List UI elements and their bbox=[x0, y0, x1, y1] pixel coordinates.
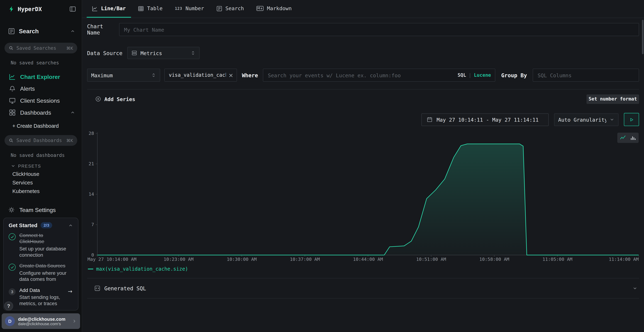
selector-chevrons-icon bbox=[151, 72, 156, 78]
chevron-up-icon bbox=[68, 223, 73, 228]
chart-legend: max(visa_validation_cache.size) bbox=[87, 266, 639, 272]
chart-line-icon bbox=[9, 73, 16, 80]
presets-header[interactable]: PRESETS bbox=[11, 162, 82, 170]
granularity-value: Auto Granularity bbox=[558, 116, 606, 122]
nav-label: Chart Explorer bbox=[20, 73, 75, 80]
legend-label: max(visa_validation_cache.size) bbox=[96, 266, 188, 272]
line-style-button[interactable] bbox=[619, 134, 627, 142]
svg-text:May 27 10:14:00 AM: May 27 10:14:00 AM bbox=[88, 257, 136, 262]
checklist-subtitle: Configure where your data comes from bbox=[19, 270, 68, 283]
chevron-right-icon bbox=[72, 319, 77, 324]
preset-kubernetes[interactable]: Kubernetes bbox=[0, 187, 82, 196]
generated-sql-toggle[interactable]: Generated SQL bbox=[87, 278, 639, 298]
user-menu[interactable]: D dale@clickhouse.com dale@clickhouse.co… bbox=[2, 314, 80, 329]
svg-text:11:05:00 AM: 11:05:00 AM bbox=[542, 257, 572, 262]
chart-type-tabbar: Line/Bar Table 123 Number Search bbox=[82, 0, 644, 18]
bar-style-button[interactable] bbox=[629, 134, 637, 142]
get-started-header[interactable]: Get Started 2/3 bbox=[8, 222, 73, 228]
sidebar-nav: Chart Explorer Alerts Client Sessions Da… bbox=[0, 71, 82, 118]
where-input[interactable] bbox=[263, 69, 458, 82]
tab-line-bar[interactable]: Line/Bar bbox=[86, 0, 131, 18]
checklist-item-create-data-sources[interactable]: Create Data Sources Configure where your… bbox=[8, 263, 73, 283]
sidebar-item-dashboards[interactable]: Dashboards bbox=[0, 106, 82, 118]
hyperdx-logo[interactable]: HyperDX bbox=[8, 6, 42, 12]
generated-sql-label: Generated SQL bbox=[104, 285, 632, 292]
search-section-header[interactable]: Search bbox=[0, 27, 82, 36]
no-saved-searches-text: No saved searches bbox=[11, 60, 82, 66]
presets-label: PRESETS bbox=[18, 164, 41, 168]
user-email: dale@clickhouse.com bbox=[18, 316, 68, 322]
preset-clickhouse[interactable]: ClickHouse bbox=[0, 170, 82, 178]
aggregation-value: Maximum bbox=[91, 72, 148, 78]
bell-icon bbox=[9, 85, 16, 92]
sidebar: HyperDX Search ⌘K No saved se bbox=[0, 0, 82, 332]
data-source-value: Metrics bbox=[140, 50, 187, 56]
help-button[interactable]: ? bbox=[4, 302, 13, 310]
tab-number[interactable]: 123 Number bbox=[170, 0, 210, 18]
chart-builder: Chart Name Data Source Metrics Maxim bbox=[82, 23, 644, 299]
tab-search[interactable]: Search bbox=[211, 0, 249, 18]
saved-searches-kbd: ⌘K bbox=[66, 46, 73, 50]
saved-searches-search[interactable]: ⌘K bbox=[4, 43, 77, 54]
checklist-subtitle: Start sending logs, metrics, or traces bbox=[19, 294, 68, 307]
chart-panel: 07142128May 27 10:14:00 AM10:23:00 AM10:… bbox=[87, 131, 639, 272]
tab-label: Markdown bbox=[267, 5, 292, 12]
avatar: D bbox=[5, 316, 15, 326]
set-number-format-button[interactable]: Set number format bbox=[586, 94, 639, 104]
chart-name-label: Chart Name bbox=[87, 24, 119, 36]
granularity-select[interactable]: Auto Granularity bbox=[554, 113, 618, 126]
sql-language-toggle[interactable]: SQL bbox=[458, 72, 466, 78]
checklist-title: Create Data Sources bbox=[19, 263, 68, 269]
remove-metric-icon[interactable]: × bbox=[228, 72, 233, 78]
checklist-title: Connect to ClickHouse bbox=[19, 232, 68, 245]
tab-table[interactable]: Table bbox=[133, 0, 168, 18]
sidebar-item-chart-explorer[interactable]: Chart Explorer bbox=[0, 71, 82, 83]
lucene-language-toggle[interactable]: Lucene bbox=[474, 72, 491, 78]
table-icon bbox=[138, 6, 144, 11]
data-source-select[interactable]: Metrics bbox=[127, 47, 200, 59]
create-dashboard-button[interactable]: + Create Dashboard bbox=[12, 122, 82, 130]
checklist-subtitle: Set up your database connection bbox=[19, 246, 68, 259]
svg-text:7: 7 bbox=[92, 222, 94, 227]
nav-label: Dashboards bbox=[20, 109, 66, 116]
search-section-label: Search bbox=[19, 28, 39, 34]
saved-dashboards-input[interactable] bbox=[16, 138, 64, 143]
checklist-item-add-data[interactable]: 3 Add Data Start sending logs, metrics, … bbox=[8, 287, 73, 307]
123-icon: 123 bbox=[175, 6, 182, 10]
check-icon bbox=[8, 233, 16, 240]
date-range-picker[interactable]: May 27 10:14:11 - May 27 11:14:11 bbox=[422, 113, 549, 126]
svg-text:11:14:00 AM: 11:14:00 AM bbox=[609, 257, 639, 262]
logo-text: HyperDX bbox=[18, 6, 42, 12]
saved-dashboards-search[interactable]: ⌘K bbox=[4, 135, 77, 146]
checklist-item-connect-clickhouse[interactable]: Connect to ClickHouse Set up your databa… bbox=[8, 232, 73, 258]
desktop-icon bbox=[9, 97, 16, 104]
hyperdx-app: HyperDX Search ⌘K No saved se bbox=[0, 0, 644, 332]
search-results-icon bbox=[216, 6, 222, 11]
sidebar-item-alerts[interactable]: Alerts bbox=[0, 82, 82, 94]
line-chart-icon bbox=[92, 6, 98, 11]
chart-name-input[interactable] bbox=[119, 23, 639, 36]
search-icon bbox=[8, 46, 14, 50]
nav-label: Client Sessions bbox=[20, 97, 75, 104]
sidebar-item-client-sessions[interactable]: Client Sessions bbox=[0, 94, 82, 106]
run-query-button[interactable] bbox=[624, 113, 639, 126]
svg-text:21: 21 bbox=[88, 161, 94, 166]
metric-chip[interactable]: visa_validation_cach × bbox=[164, 68, 237, 82]
line-chart[interactable]: 07142128May 27 10:14:00 AM10:23:00 AM10:… bbox=[87, 131, 639, 264]
preset-services[interactable]: Services bbox=[0, 178, 82, 187]
scrollbar-thumb[interactable] bbox=[642, 20, 644, 54]
chart-style-toggle bbox=[617, 133, 639, 143]
where-search-box: SQL | Lucene bbox=[263, 68, 496, 82]
markdown-icon bbox=[256, 6, 264, 11]
saved-searches-input[interactable] bbox=[16, 45, 64, 51]
aggregation-select[interactable]: Maximum bbox=[87, 68, 160, 82]
group-by-input[interactable] bbox=[533, 68, 639, 82]
add-series-button[interactable]: Add Series bbox=[87, 96, 135, 102]
svg-text:14: 14 bbox=[88, 192, 94, 197]
svg-text:10:58:00 AM: 10:58:00 AM bbox=[480, 257, 509, 262]
tab-markdown[interactable]: Markdown bbox=[251, 0, 297, 18]
chevron-up-icon bbox=[70, 29, 75, 34]
sidebar-item-team-settings[interactable]: Team Settings bbox=[0, 204, 82, 215]
arrow-right-icon: → bbox=[68, 288, 72, 294]
sidebar-collapse-icon[interactable] bbox=[70, 6, 76, 12]
